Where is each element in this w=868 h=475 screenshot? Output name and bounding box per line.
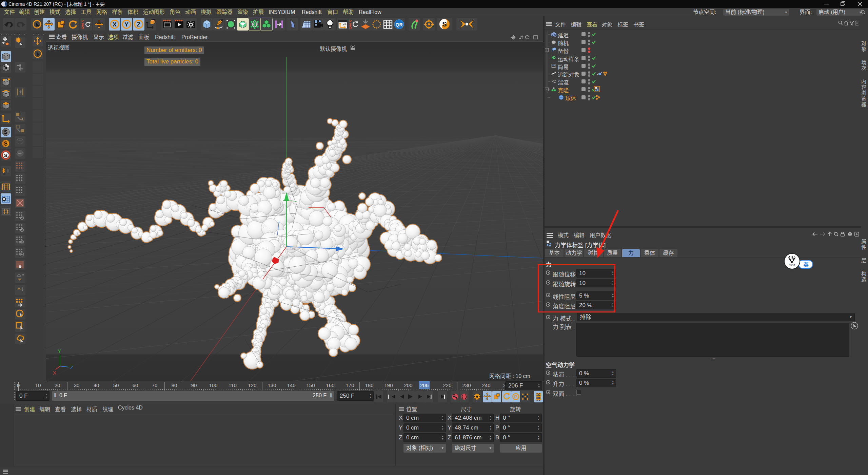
svg-text:QR: QR: [396, 22, 403, 27]
svg-text:S: S: [4, 152, 7, 158]
svg-text:X: X: [113, 21, 117, 28]
svg-text:Z: Z: [137, 21, 140, 28]
svg-text:Y: Y: [58, 348, 61, 354]
svg-text:行走者: 行走者: [789, 264, 796, 266]
svg-text:Y: Y: [125, 21, 129, 28]
svg-text:S: S: [4, 129, 8, 135]
svg-text:Z: Z: [70, 364, 73, 370]
svg-text:( ): ( ): [3, 209, 8, 214]
svg-text:R: R: [349, 26, 352, 30]
svg-text:S: S: [442, 20, 447, 28]
svg-text:S: S: [4, 141, 8, 147]
svg-text:P: P: [514, 394, 517, 399]
svg-text:R: R: [81, 26, 84, 30]
svg-text:X: X: [53, 370, 56, 376]
